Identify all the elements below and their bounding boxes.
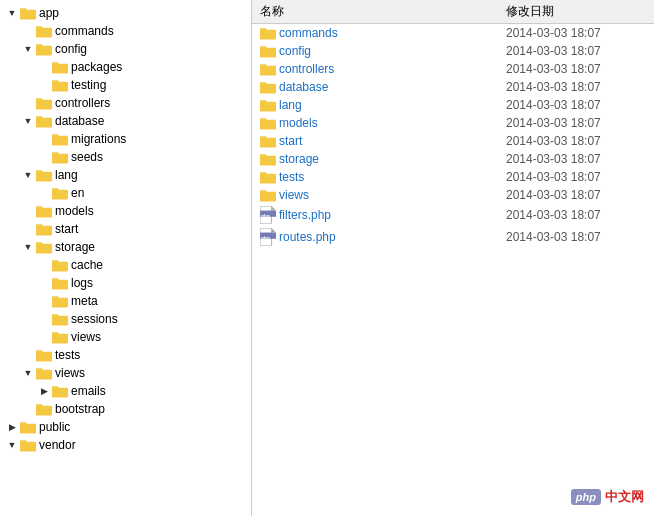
tree-item-en[interactable]: ▶ en [0,184,251,202]
svg-rect-23 [36,206,42,209]
svg-rect-15 [52,134,58,137]
svg-rect-19 [36,170,42,173]
tree-item-vendor[interactable]: ▼ vendor [0,436,251,454]
list-item[interactable]: lang 2014-03-03 18:07 [252,96,654,114]
row-name: routes.php [279,230,506,244]
row-name: database [279,80,506,94]
toggle-config[interactable]: ▼ [20,41,36,57]
svg-rect-33 [52,296,58,299]
folder-icon-vendor [20,438,36,452]
folder-icon-migrations [52,132,68,146]
label-emails: emails [71,384,106,398]
list-item[interactable]: tests 2014-03-03 18:07 [252,168,654,186]
row-date: 2014-03-03 18:07 [506,44,646,58]
svg-rect-29 [52,260,58,263]
folder-icon-models [36,204,52,218]
toggle-views[interactable]: ▼ [20,365,36,381]
toggle-emails[interactable]: ▶ [36,383,52,399]
folder-icon-config [36,42,52,56]
list-item[interactable]: controllers 2014-03-03 18:07 [252,60,654,78]
list-item[interactable]: php filters.php 2014-03-03 18:07 [252,204,654,226]
label-vendor: vendor [39,438,76,452]
main-container: ▼ app ▶ commands ▼ config [0,0,654,516]
tree-item-views[interactable]: ▼ views [0,364,251,382]
folder-icon-bootstrap [36,402,52,416]
folder-icon-public [20,420,36,434]
php-badge: php [571,489,601,505]
tree-item-commands[interactable]: ▶ commands [0,22,251,40]
tree-item-packages[interactable]: ▶ packages [0,58,251,76]
svg-rect-53 [260,46,266,49]
watermark-text: 中文网 [605,488,644,506]
list-item[interactable]: start 2014-03-03 18:07 [252,132,654,150]
label-bootstrap: bootstrap [55,402,105,416]
tree-item-storage[interactable]: ▼ storage [0,238,251,256]
label-public: public [39,420,70,434]
folder-icon-cache [52,258,68,272]
label-logs: logs [71,276,93,290]
row-date: 2014-03-03 18:07 [506,62,646,76]
row-name: controllers [279,62,506,76]
left-panel[interactable]: ▼ app ▶ commands ▼ config [0,0,252,516]
label-models: models [55,204,94,218]
svg-rect-63 [260,136,266,139]
list-item[interactable]: php routes.php 2014-03-03 18:07 [252,226,654,248]
tree-item-public[interactable]: ▶ public [0,418,251,436]
list-item[interactable]: database 2014-03-03 18:07 [252,78,654,96]
list-item[interactable]: views 2014-03-03 18:07 [252,186,654,204]
folder-icon-views-storage [52,330,68,344]
folder-icon-emails [52,384,68,398]
list-item[interactable]: commands 2014-03-03 18:07 [252,24,654,42]
folder-icon [260,80,276,94]
toggle-vendor[interactable]: ▼ [4,437,20,453]
tree-item-views-storage[interactable]: ▶ views [0,328,251,346]
tree-item-config[interactable]: ▼ config [0,40,251,58]
svg-rect-35 [52,314,58,317]
toggle-database[interactable]: ▼ [20,113,36,129]
row-date: 2014-03-03 18:07 [506,152,646,166]
col-name-label: 名称 [260,3,506,20]
toggle-storage[interactable]: ▼ [20,239,36,255]
list-item[interactable]: models 2014-03-03 18:07 [252,114,654,132]
tree-item-controllers[interactable]: ▶ controllers [0,94,251,112]
tree-item-app[interactable]: ▼ app [0,4,251,22]
folder-icon-database [36,114,52,128]
toggle-public[interactable]: ▶ [4,419,20,435]
tree-item-logs[interactable]: ▶ logs [0,274,251,292]
svg-rect-45 [36,404,42,407]
list-item[interactable]: config 2014-03-03 18:07 [252,42,654,60]
row-date: 2014-03-03 18:07 [506,26,646,40]
svg-rect-41 [36,368,42,371]
svg-rect-51 [260,28,266,31]
folder-icon [260,152,276,166]
right-header: 名称 修改日期 [252,0,654,24]
tree-item-start[interactable]: ▶ start [0,220,251,238]
tree-item-lang[interactable]: ▼ lang [0,166,251,184]
tree-item-models[interactable]: ▶ models [0,202,251,220]
svg-rect-65 [260,154,266,157]
tree-item-meta[interactable]: ▶ meta [0,292,251,310]
folder-icon-testing [52,78,68,92]
svg-rect-55 [260,64,266,67]
tree-item-seeds[interactable]: ▶ seeds [0,148,251,166]
tree-item-cache[interactable]: ▶ cache [0,256,251,274]
svg-rect-27 [36,242,42,245]
tree-item-database[interactable]: ▼ database [0,112,251,130]
tree-item-bootstrap[interactable]: ▶ bootstrap [0,400,251,418]
label-controllers: controllers [55,96,110,110]
toggle-lang[interactable]: ▼ [20,167,36,183]
label-testing: testing [71,78,106,92]
row-date: 2014-03-03 18:07 [506,98,646,112]
tree-item-emails[interactable]: ▶ emails [0,382,251,400]
tree-item-testing[interactable]: ▶ testing [0,76,251,94]
row-date: 2014-03-03 18:07 [506,188,646,202]
tree-item-migrations[interactable]: ▶ migrations [0,130,251,148]
label-commands: commands [55,24,114,38]
list-item[interactable]: storage 2014-03-03 18:07 [252,150,654,168]
tree-item-tests[interactable]: ▶ tests [0,346,251,364]
row-date: 2014-03-03 18:07 [506,170,646,184]
row-name: tests [279,170,506,184]
tree-item-sessions[interactable]: ▶ sessions [0,310,251,328]
row-name: views [279,188,506,202]
toggle-app[interactable]: ▼ [4,5,20,21]
